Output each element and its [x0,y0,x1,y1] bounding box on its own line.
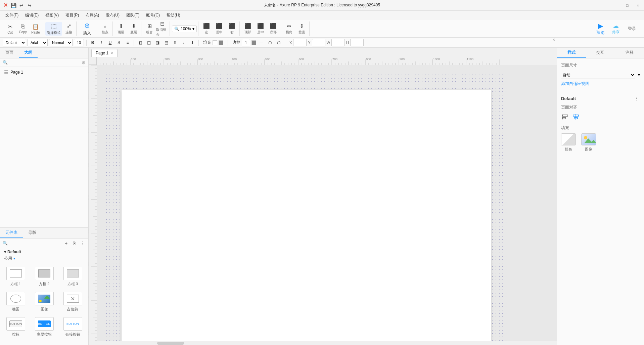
italic-button[interactable]: I [98,39,105,46]
canvas-tab-close[interactable]: ✕ [110,51,113,55]
align-top-button[interactable]: ⬛ 顶部 [242,22,254,36]
w-input[interactable] [331,39,345,46]
border-style-2-button[interactable]: ⬡ [266,39,274,46]
close-button[interactable]: × [635,2,641,9]
flip-h-button[interactable]: ⇔ 横向 [283,22,295,36]
align-left-button[interactable]: ⬛ 左 [200,22,213,36]
copy-button[interactable]: ⎘ Copy [17,22,29,36]
comp-more-button[interactable]: ⋮ [79,240,86,247]
add-view-link[interactable]: 添加自适应视图 [561,81,640,87]
tab-components[interactable]: 元件库 [0,228,23,238]
align-bottom-button[interactable]: ⬛ 底部 [267,22,279,36]
border-color-control[interactable]: 边框 — ⬡ ⬡ [230,39,284,46]
align-bottom-text-button[interactable]: ⬇ [189,39,196,46]
menu-help[interactable]: 帮助(H) [164,12,183,19]
comp-add-button[interactable]: + [63,240,70,247]
canvas-background[interactable] [105,73,508,341]
y-input[interactable] [312,39,325,46]
fill-color-item[interactable]: 颜色 [561,133,576,152]
menu-file[interactable]: 文件(F) [3,12,21,19]
comp-button3[interactable]: BUTTON 链接按钮 [60,316,86,338]
canvas-tab-page1[interactable]: Page 1 ✕ [91,49,118,57]
comp-ellipse[interactable]: 椭圆 [3,291,29,313]
canvas-page[interactable] [122,90,491,341]
comp-box1[interactable]: 方框 1 [3,265,29,288]
menu-layout[interactable]: 布局(A) [83,12,102,19]
h-scrollbar[interactable] [89,341,557,345]
menu-view[interactable]: 视图(V) [43,12,61,19]
comp-box2[interactable]: 方框 2 [31,265,57,288]
align-text-left-button[interactable]: ◧ [136,39,144,46]
paste-button[interactable]: 📋 Paste [30,22,42,36]
preview-button[interactable]: ▶ 预览 [593,21,608,36]
menu-project[interactable]: 项目(P) [63,12,82,19]
comp-placeholder[interactable]: ✕ 占位符 [60,291,86,313]
canvas-wrapper[interactable]: 100200300400500600700800900100011001200 … [89,57,557,341]
justify-button[interactable]: ▤ [163,39,170,46]
fill-color-control[interactable]: 填充 [201,40,225,45]
h-input[interactable] [350,39,364,46]
page-size-select[interactable]: 自动 [561,71,635,79]
font-select[interactable]: Arial [28,39,48,46]
share-button[interactable]: ☁ 共享 [608,21,623,36]
h-scrollbar-thumb[interactable] [157,342,184,345]
bottom-layer-button[interactable]: ⬇ 底层 [128,22,140,36]
minimize-button[interactable]: — [613,2,620,9]
tab-pages[interactable]: 页面 [0,48,19,58]
comp-box3[interactable]: 方框 3 [60,265,86,288]
top-layer-button[interactable]: ⬆ 顶层 [115,22,127,36]
insert-button[interactable]: ⊕ 插入 [79,22,95,36]
align-text-right-button[interactable]: ◨ [154,39,161,46]
font-size-input[interactable] [74,39,84,46]
tab-notes[interactable]: 注释 [615,48,644,58]
align-middle-button[interactable]: ⬛ 居中 [255,22,267,36]
page-search-input[interactable] [9,60,80,65]
comp-image[interactable]: 图像 [31,291,57,313]
tab-style[interactable]: 样式 [557,48,586,58]
align-page-center-button[interactable] [572,113,580,121]
comp-copy-button[interactable]: ⎘ [71,240,78,247]
weight-select[interactable]: Normal [49,39,73,46]
zoom-control[interactable]: 🔍 100% ▾ [172,26,197,32]
tab-masters[interactable]: 母版 [23,228,42,238]
flip-v-button[interactable]: ⇕ 垂直 [296,22,308,36]
undo-icon[interactable]: ↩ [19,3,24,8]
menu-edit[interactable]: 编辑(E) [22,12,41,19]
style-select[interactable]: Default [3,39,26,46]
comp-button1[interactable]: BUTTON 按钮 [3,316,29,338]
comp-button2[interactable]: BUTTON 主要按钮 [31,316,57,338]
ungroup-button[interactable]: ⊟ 取消组合 [156,22,168,36]
page-item-1[interactable]: ☰ Page 1 [0,68,88,76]
control-point-button[interactable]: ⬦ 控点 [99,22,111,36]
border-style-1-button[interactable]: — [258,39,265,46]
cut-button[interactable]: ✂ Cut [4,22,16,36]
save-icon[interactable]: 💾 [11,3,16,8]
align-middle-text-button[interactable]: ↕ [180,39,187,46]
bold-button[interactable]: B [89,39,96,46]
redo-icon[interactable]: ↪ [27,3,32,8]
border-style-3-button[interactable]: ⬡ [275,39,282,46]
align-right-button[interactable]: ⬛ 右 [226,22,238,36]
tab-outline[interactable]: 大纲 [19,48,38,58]
page-filter-icon[interactable]: ⊕ [82,60,86,65]
comp-search-input[interactable] [9,241,61,246]
strikethrough-button[interactable]: S [115,39,123,46]
x-input[interactable] [293,39,307,46]
underline-button[interactable]: U [106,39,114,46]
tab-interact[interactable]: 交互 [586,48,615,58]
border-width-input[interactable] [242,39,250,46]
connect-button[interactable]: ⤢ 连接 [63,22,75,36]
align-text-center-button[interactable]: ◫ [145,39,152,46]
menu-account[interactable]: 账号(C) [143,12,163,19]
select-mode-button[interactable]: ⬚ 选择模式 [45,22,62,36]
bullets-button[interactable]: ≡ [124,39,131,46]
align-page-left-button[interactable] [561,113,569,121]
align-top-text-button[interactable]: ⬆ [171,39,179,46]
menu-team[interactable]: 团队(T) [124,12,142,19]
fill-image-item[interactable]: 图像 [581,133,596,152]
right-panel-close-button[interactable]: ✕ [552,38,555,42]
login-button[interactable]: 登录 [624,25,640,33]
align-center-button[interactable]: ⬛ 居中 [213,22,225,36]
group-button[interactable]: ⊞ 组合 [143,22,155,36]
maximize-button[interactable]: □ [624,2,631,9]
